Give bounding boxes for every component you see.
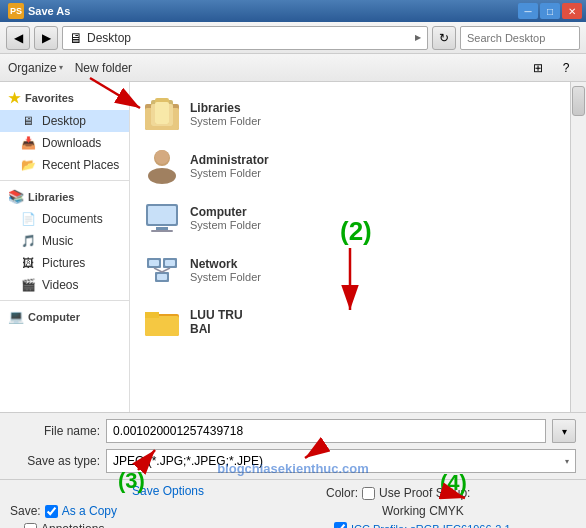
minimize-button[interactable]: ─ [518, 3, 538, 19]
annotations-checkbox[interactable] [24, 523, 37, 529]
working-cmyk-row: Working CMYK [326, 502, 576, 520]
view-controls: ⊞ ? [526, 56, 578, 80]
savetype-select[interactable]: JPEG (*.JPG;*.JPEG;*.JPE) ▾ [106, 449, 576, 473]
sidebar-item-pictures[interactable]: 🖼 Pictures [0, 252, 129, 274]
scrollbar[interactable] [570, 82, 586, 412]
desktop-icon: 🖥 [20, 113, 36, 129]
savetype-row: Save as type: JPEG (*.JPG;*.JPEG;*.JPE) … [10, 449, 576, 473]
sidebar-item-documents[interactable]: 📄 Documents [0, 208, 129, 230]
svg-rect-23 [145, 312, 159, 318]
svg-rect-11 [156, 227, 168, 230]
sidebar-item-videos[interactable]: 🎬 Videos [0, 274, 129, 296]
address-bar[interactable]: 🖥 Desktop ▶ [62, 26, 428, 50]
icc-profile-row: ICC Profile: sRGB IEC61966-2.1 [326, 520, 576, 528]
forward-button[interactable]: ▶ [34, 26, 58, 50]
ps-icon: PS [8, 3, 24, 19]
new-folder-button[interactable]: New folder [75, 61, 132, 75]
back-button[interactable]: ◀ [6, 26, 30, 50]
as-copy-checkbox[interactable] [45, 505, 58, 518]
sidebar: ★ Favorites 🖥 Desktop 📥 Downloads 📂 Rece… [0, 82, 130, 412]
savetype-dropdown-icon: ▾ [565, 457, 569, 466]
svg-rect-5 [155, 102, 169, 124]
savetype-label: Save as type: [10, 454, 100, 468]
svg-line-19 [154, 268, 162, 272]
videos-icon: 🎬 [20, 277, 36, 293]
window-controls: ─ □ ✕ [518, 3, 582, 19]
use-proof-checkbox[interactable] [362, 487, 375, 500]
save-options-link[interactable]: Save Options [10, 484, 326, 498]
filename-row: File name: ▾ [10, 419, 576, 443]
svg-point-8 [155, 150, 169, 164]
svg-rect-10 [148, 206, 176, 224]
organize-dropdown-icon: ▾ [59, 63, 63, 72]
list-item[interactable]: Network System Folder [138, 246, 268, 294]
file-list: Libraries System Folder Administrator Sy… [130, 82, 570, 412]
icc-profile-checkbox[interactable] [334, 522, 347, 528]
title-bar: PS Save As ─ □ ✕ [0, 0, 586, 22]
file-info-libraries: Libraries System Folder [190, 101, 264, 127]
file-icon-folder [142, 302, 182, 342]
svg-rect-16 [165, 260, 175, 266]
title-text: Save As [28, 5, 70, 17]
libraries-section: 📚 Libraries 📄 Documents 🎵 Music 🖼 Pictur… [0, 185, 129, 296]
filename-input[interactable] [106, 419, 546, 443]
favorites-section: ★ Favorites 🖥 Desktop 📥 Downloads 📂 Rece… [0, 86, 129, 176]
svg-rect-18 [157, 274, 167, 280]
address-folder-icon: 🖥 [69, 30, 83, 46]
sidebar-item-recent[interactable]: 📂 Recent Places [0, 154, 129, 176]
sidebar-divider-1 [0, 180, 129, 181]
computer-icon: 💻 [8, 309, 24, 324]
close-button[interactable]: ✕ [562, 3, 582, 19]
computer-section: 💻 Computer [0, 305, 129, 328]
star-icon: ★ [8, 90, 21, 106]
music-icon: 🎵 [20, 233, 36, 249]
list-item[interactable]: Administrator System Folder [138, 142, 268, 190]
library-folder-icon: 📚 [8, 189, 24, 204]
annotations-row: Annotations [10, 520, 326, 528]
sidebar-item-downloads[interactable]: 📥 Downloads [0, 132, 129, 154]
color-row: Color: Use Proof Setup: [326, 484, 576, 502]
file-info-network: Network System Folder [190, 257, 264, 283]
sidebar-divider-2 [0, 300, 129, 301]
file-icon-computer [142, 198, 182, 238]
file-info-computer: Computer System Folder [190, 205, 264, 231]
address-dropdown-icon: ▶ [415, 33, 421, 42]
address-text: Desktop [87, 31, 411, 45]
file-form-section: File name: ▾ Save as type: JPEG (*.JPG;*… [0, 412, 586, 479]
filename-dropdown-button[interactable]: ▾ [552, 419, 576, 443]
file-info-luu-tru-bai: LUU TRU BAI [190, 308, 264, 336]
list-item[interactable]: LUU TRU BAI [138, 298, 268, 346]
navigation-toolbar: ◀ ▶ 🖥 Desktop ▶ ↻ [0, 22, 586, 54]
documents-icon: 📄 [20, 211, 36, 227]
save-label-row: Save: As a Copy [10, 502, 326, 520]
scroll-thumb[interactable] [572, 86, 585, 116]
maximize-button[interactable]: □ [540, 3, 560, 19]
filename-label: File name: [10, 424, 100, 438]
svg-rect-12 [151, 230, 173, 232]
file-icon-libraries [142, 94, 182, 134]
help-button[interactable]: ? [554, 56, 578, 80]
organize-toolbar: Organize ▾ New folder ⊞ ? [0, 54, 586, 82]
libraries-header: 📚 Libraries [0, 185, 129, 208]
save-options-section: Save Options Save: As a Copy Annotations… [0, 479, 586, 528]
views-button[interactable]: ⊞ [526, 56, 550, 80]
list-item[interactable]: Computer System Folder [138, 194, 268, 242]
computer-header: 💻 Computer [0, 305, 129, 328]
sidebar-item-music[interactable]: 🎵 Music [0, 230, 129, 252]
svg-rect-22 [145, 316, 179, 336]
svg-point-7 [148, 168, 176, 184]
svg-line-20 [162, 268, 170, 272]
sidebar-item-desktop[interactable]: 🖥 Desktop [0, 110, 129, 132]
main-content: ★ Favorites 🖥 Desktop 📥 Downloads 📂 Rece… [0, 82, 586, 412]
search-input[interactable] [460, 26, 580, 50]
svg-rect-14 [149, 260, 159, 266]
list-item[interactable]: Libraries System Folder [138, 90, 268, 138]
file-info-admin: Administrator System Folder [190, 153, 269, 179]
options-left-panel: Save Options Save: As a Copy Annotations… [10, 484, 326, 528]
downloads-icon: 📥 [20, 135, 36, 151]
pictures-icon: 🖼 [20, 255, 36, 271]
file-icon-network [142, 250, 182, 290]
options-right-panel: Color: Use Proof Setup: Working CMYK ICC… [326, 484, 576, 528]
refresh-button[interactable]: ↻ [432, 26, 456, 50]
organize-button[interactable]: Organize ▾ [8, 61, 63, 75]
